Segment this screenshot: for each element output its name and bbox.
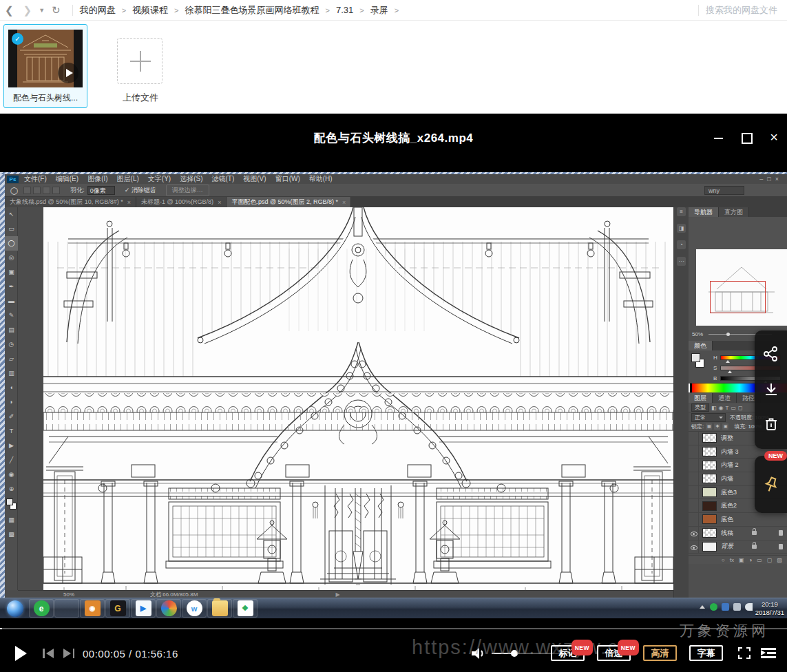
ps-tool-icon: ▤ <box>5 323 18 337</box>
lock-option-icon: ▣ <box>722 423 728 430</box>
ps-tool-icon: T <box>5 424 18 439</box>
share-icon[interactable] <box>763 346 779 362</box>
panel-tab: 图层 <box>689 393 713 403</box>
layer-name: 内墙 2 <box>721 461 739 470</box>
ps-menu-item: 滤镜(T) <box>212 174 235 184</box>
layer-thumbnail <box>702 433 717 443</box>
app-icon: ◉ <box>85 600 101 616</box>
breadcrumb-item[interactable]: 徐慕阳三叠色场景原画网络班教程 <box>185 4 319 17</box>
file-card-video[interactable]: ✓ 配色与石头树线... <box>3 24 87 108</box>
layer-visibility-icon <box>689 499 699 512</box>
refresh-icon[interactable]: ↻ <box>47 4 65 17</box>
player-option-button[interactable]: 倍速 NEW <box>597 645 631 661</box>
ps-tool-icon: ▭ <box>5 222 18 236</box>
panel-tab: 通道 <box>713 393 737 403</box>
layer-thumbnail <box>702 514 717 524</box>
play-overlay-icon[interactable] <box>58 63 78 83</box>
layer-thumbnail <box>702 501 717 511</box>
watermark-text: 万象资源网 <box>680 621 769 640</box>
divider <box>72 5 73 16</box>
layers-footer-icon: ▨ <box>777 557 782 563</box>
breadcrumb-item[interactable]: 视频课程 <box>132 4 168 17</box>
ps-tool-icon: ▶ <box>5 439 18 453</box>
panel-tab: 导航器 <box>689 207 719 217</box>
player-option-button[interactable]: 标记 NEW <box>551 645 585 661</box>
file-name: 配色与石头树线... <box>4 92 87 104</box>
layers-footer-icon: ◑ <box>748 557 752 563</box>
playlist-icon[interactable] <box>761 647 776 659</box>
breadcrumb-item[interactable]: 录屏 <box>370 4 388 17</box>
foreground-color-swatch <box>6 498 13 505</box>
layer-name: 底色3 <box>721 488 737 497</box>
taskbar-app: w <box>182 599 207 618</box>
maximize-button[interactable] <box>739 132 754 144</box>
breadcrumb-item[interactable]: 7.31 <box>336 5 353 15</box>
pin-icon[interactable] <box>762 475 781 494</box>
selected-check-icon: ✓ <box>12 33 23 45</box>
play-button[interactable] <box>15 646 27 661</box>
antialias-checkbox: ✓ 消除锯齿 <box>125 186 156 195</box>
app-icon: ▶ <box>136 600 151 616</box>
wallpaper-stripe <box>0 174 5 598</box>
new-badge: NEW <box>571 640 593 655</box>
player-option-button[interactable]: 字幕 <box>689 645 723 661</box>
layer-visibility-icon <box>689 459 699 472</box>
layer-filter-icon: ◉ <box>719 405 724 411</box>
player-titlebar: 配色与石头树线搞_x264.mp4 × <box>0 114 787 160</box>
player-controls: 万象资源网 https://www.wxzyw.cn 00:00:05 / 01… <box>0 618 787 672</box>
selection-mode-icon <box>23 187 31 194</box>
ps-menubar: Ps 文件(F)编辑(E)图像(I)图层(L)文字(Y)选择(S)滤镜(T)视图… <box>5 174 787 184</box>
ps-tool-icon: ✒ <box>5 280 18 294</box>
layer-row: 线稿 <box>689 527 787 540</box>
ps-menu-item: 视图(V) <box>243 174 266 184</box>
ps-menu-item: 编辑(E) <box>56 174 78 184</box>
layer-filter-icon: ◻ <box>738 405 743 411</box>
breadcrumb-item[interactable]: 我的网盘 <box>80 4 116 17</box>
ps-menu-item: 帮助(H) <box>309 174 333 184</box>
tab-close-icon: × <box>218 199 221 206</box>
close-button[interactable]: × <box>766 132 781 144</box>
layer-name: 调整 <box>721 434 733 443</box>
video-frame-photoshop: Ps 文件(F)编辑(E)图像(I)图层(L)文字(Y)选择(S)滤镜(T)视图… <box>0 172 787 598</box>
trash-icon[interactable] <box>763 416 779 432</box>
ps-tool-icon: ◖ <box>5 381 18 395</box>
tray-icon <box>710 603 717 611</box>
fullscreen-icon[interactable] <box>738 647 751 659</box>
back-icon[interactable]: ❮ <box>0 4 19 17</box>
layer-name: 线稿 <box>721 529 733 538</box>
download-icon[interactable] <box>763 381 779 398</box>
forward-icon[interactable]: ❯ <box>19 4 37 17</box>
overlay-action-panel <box>755 330 787 449</box>
seek-bar-fill <box>0 628 2 629</box>
app-icon: G <box>110 600 126 616</box>
app-icon: e <box>34 600 50 616</box>
taskbar-app: ◉ <box>80 599 105 618</box>
taskbar-clock: 20:19 2018/7/31 <box>755 600 784 617</box>
layers-footer-icon: ○ <box>722 557 725 563</box>
minimize-button[interactable] <box>711 132 726 144</box>
file-grid: ✓ 配色与石头树线... 上传文件 <box>0 21 787 114</box>
selection-mode-icon <box>43 187 50 194</box>
selection-mode-icon <box>33 187 41 194</box>
feather-value: 0像素 <box>87 186 115 195</box>
ps-document-tab: 大象线稿.psd @ 50%(图层 10, RGB/8#) *× <box>5 197 136 207</box>
ps-tool-icon: ◷ <box>5 337 18 352</box>
layer-thumbnail <box>702 474 717 483</box>
upload-button[interactable] <box>117 38 162 84</box>
screen: ❮ ❯ ▼ ↻ 我的网盘 > 视频课程 > 徐慕阳三叠色场景原画网络班教程 > … <box>0 0 787 672</box>
tray-icon <box>733 603 741 611</box>
new-badge: NEW <box>618 640 639 655</box>
ps-menu-item: 选择(S) <box>180 174 202 184</box>
navigator-view-rect <box>710 281 766 313</box>
breadcrumb: 我的网盘 > 视频课程 > 徐慕阳三叠色场景原画网络班教程 > 7.31 > 录… <box>80 4 406 17</box>
chevron-down-icon[interactable]: ▼ <box>36 7 47 14</box>
previous-button[interactable] <box>41 649 56 658</box>
ps-tool-icon: ◉ <box>5 468 18 482</box>
ps-tool-icon: ↖ <box>5 207 18 222</box>
player-option-button[interactable]: 高清 <box>643 645 677 661</box>
ps-menu-item: 窗口(W) <box>275 174 300 184</box>
search-input[interactable] <box>706 5 787 15</box>
next-button[interactable] <box>61 649 76 658</box>
layers-footer: ○fx▣◑▭▢▨ <box>689 555 787 564</box>
seek-bar[interactable] <box>0 628 787 629</box>
